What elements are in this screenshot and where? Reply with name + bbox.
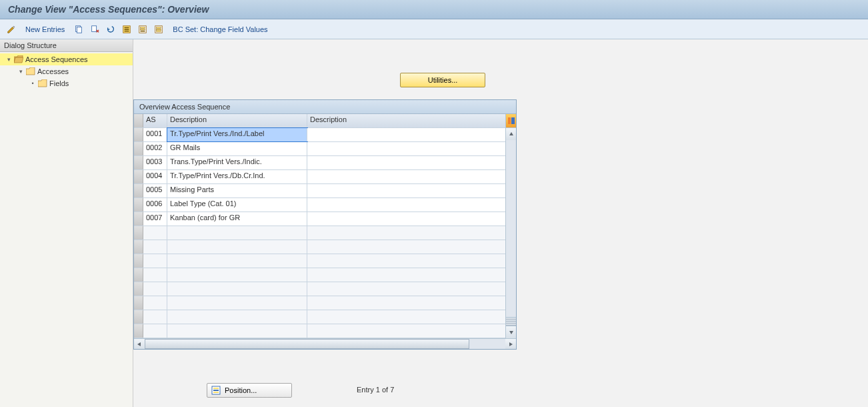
row-selector[interactable]	[134, 212, 143, 226]
cell-description-1[interactable]: Tr.Type/Print Vers./Db.Cr.Ind.	[167, 170, 307, 183]
row-selector[interactable]	[134, 310, 143, 324]
deselect-all-icon[interactable]	[151, 23, 166, 36]
copy-as-icon[interactable]	[71, 23, 86, 36]
cell-as: 0005	[143, 184, 167, 197]
scroll-down-icon[interactable]	[506, 326, 516, 338]
cell-description-1[interactable]: Missing Parts	[167, 184, 307, 197]
table-row[interactable]: 0007Kanban (card) for GR	[134, 212, 505, 226]
row-selector[interactable]	[134, 142, 143, 155]
svg-rect-19	[213, 390, 219, 391]
cell-description-1[interactable]: Label Type (Cat. 01)	[167, 198, 307, 212]
tree-item-accesses[interactable]: ▾Accesses	[0, 65, 133, 77]
position-button[interactable]: Position...	[207, 383, 292, 398]
scroll-up-icon[interactable]	[506, 128, 516, 140]
row-selector[interactable]	[134, 324, 143, 338]
cell-description-2	[307, 310, 505, 324]
folder-open-icon	[14, 55, 23, 63]
svg-rect-10	[141, 30, 145, 31]
row-selector[interactable]	[134, 282, 143, 296]
cell-as: 0003	[143, 156, 167, 169]
undo-change-icon[interactable]	[103, 23, 118, 36]
row-selector[interactable]	[134, 240, 143, 254]
row-selector	[134, 114, 143, 127]
row-selector[interactable]	[134, 226, 143, 240]
title-bar: Change View "Access Sequences": Overview	[0, 0, 868, 19]
cell-as: 0007	[143, 212, 167, 226]
tree-toggle-icon[interactable]: •	[29, 80, 36, 87]
cell-description-1	[167, 240, 307, 254]
cell-description-2	[307, 282, 505, 296]
cell-description-1[interactable]: Kanban (card) for GR	[167, 212, 307, 226]
scroll-track[interactable]	[506, 140, 516, 317]
page-title: Change View "Access Sequences": Overview	[8, 4, 860, 15]
cell-as: 0004	[143, 170, 167, 183]
scroll-right-icon[interactable]	[505, 339, 516, 349]
select-all-icon[interactable]	[119, 23, 134, 36]
table-row[interactable]: 0006Label Type (Cat. 01)	[134, 198, 505, 212]
position-icon	[211, 386, 221, 395]
cell-description-2	[307, 296, 505, 310]
tree-toggle-icon[interactable]: ▾	[17, 68, 24, 75]
cell-as	[143, 310, 167, 324]
table-empty-row[interactable]	[134, 254, 505, 268]
svg-rect-13	[157, 29, 161, 30]
cell-description-2	[307, 212, 505, 226]
cell-as: AS	[143, 114, 167, 127]
cell-description-2	[307, 254, 505, 268]
vertical-scrollbar	[505, 114, 516, 338]
table-row[interactable]: 0003Trans.Type/Print Vers./Indic.	[134, 156, 505, 170]
tree-item-label: Accesses	[37, 67, 69, 75]
row-selector[interactable]	[134, 156, 143, 169]
row-selector[interactable]	[134, 198, 143, 212]
tree-item-fields[interactable]: •Fields	[0, 77, 133, 89]
table-row[interactable]: 0005Missing Parts	[134, 184, 505, 198]
svg-rect-2	[92, 25, 97, 31]
cell-description-2	[307, 184, 505, 197]
cell-description-1	[167, 324, 307, 338]
delete-icon[interactable]	[87, 23, 102, 36]
position-button-label: Position...	[225, 386, 257, 394]
table-empty-row[interactable]	[134, 240, 505, 254]
cell-as	[143, 240, 167, 254]
table-empty-row[interactable]	[134, 268, 505, 282]
cell-as	[143, 324, 167, 338]
table-row[interactable]: 0004Tr.Type/Print Vers./Db.Cr.Ind.	[134, 170, 505, 184]
table-settings-icon[interactable]	[506, 114, 516, 128]
svg-rect-16	[511, 117, 515, 124]
tree-toggle-icon[interactable]: ▾	[5, 56, 12, 63]
cell-as: 0002	[143, 142, 167, 155]
cell-description-1[interactable]: Tr.Type/Print Vers./Ind./Label	[167, 128, 307, 141]
cell-description-2: Description	[307, 114, 505, 127]
scroll-page-down-icon[interactable]	[506, 317, 516, 326]
row-selector[interactable]	[134, 268, 143, 282]
row-selector[interactable]	[134, 184, 143, 197]
dialog-structure-tree: ▾Access Sequences▾Accesses•Fields	[0, 52, 133, 91]
new-entries-button[interactable]: New Entries	[20, 25, 70, 33]
bc-set-button[interactable]: BC Set: Change Field Values	[167, 25, 273, 33]
table-empty-row[interactable]	[134, 324, 505, 338]
select-block-icon[interactable]	[135, 23, 150, 36]
cell-description-2	[307, 268, 505, 282]
cell-description-1[interactable]: GR Mails	[167, 142, 307, 155]
cell-description-2	[307, 240, 505, 254]
row-selector[interactable]	[134, 128, 143, 141]
cell-description-1: Description	[167, 114, 307, 127]
row-selector[interactable]	[134, 296, 143, 310]
table-row[interactable]: 0002GR Mails	[134, 142, 505, 156]
cell-description-1[interactable]: Trans.Type/Print Vers./Indic.	[167, 156, 307, 169]
table-empty-row[interactable]	[134, 310, 505, 324]
tree-item-access-sequences[interactable]: ▾Access Sequences	[0, 53, 133, 65]
row-selector[interactable]	[134, 170, 143, 183]
toggle-display-change-icon[interactable]	[4, 23, 19, 36]
table-row[interactable]: 0001Tr.Type/Print Vers./Ind./Label	[134, 128, 505, 142]
utilities-button[interactable]: Utilities...	[400, 73, 485, 87]
row-selector[interactable]	[134, 254, 143, 268]
table-empty-row[interactable]	[134, 226, 505, 240]
cell-description-2	[307, 170, 505, 183]
table-empty-row[interactable]	[134, 282, 505, 296]
h-scroll-thumb[interactable]	[145, 339, 469, 349]
scroll-left-icon[interactable]	[134, 339, 145, 349]
svg-rect-9	[141, 29, 145, 30]
table-empty-row[interactable]	[134, 296, 505, 310]
h-scroll-track[interactable]	[145, 339, 505, 349]
